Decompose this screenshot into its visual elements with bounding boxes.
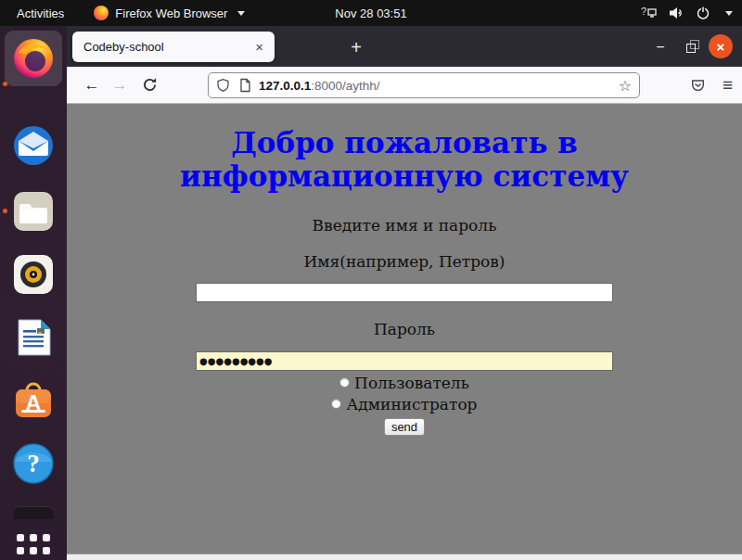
help-icon: ? xyxy=(11,441,56,486)
network-unknown-icon: ? xyxy=(641,6,658,20)
grid-dot xyxy=(30,534,37,541)
window-bottom-edge xyxy=(67,554,742,560)
chevron-down-icon xyxy=(725,11,733,16)
power-icon xyxy=(696,6,710,20)
password-input[interactable] xyxy=(196,351,613,371)
running-indicator xyxy=(3,209,7,213)
close-window-button[interactable]: × xyxy=(709,34,733,58)
dock-item-ubuntu-software[interactable]: A xyxy=(11,378,56,423)
url-path: :8000/aythh/ xyxy=(311,79,379,93)
firefox-icon xyxy=(11,36,56,81)
hamburger-menu-icon[interactable]: ≡ xyxy=(723,75,733,95)
role-option-user[interactable]: Пользователь xyxy=(67,374,742,392)
new-tab-button[interactable]: + xyxy=(343,34,369,60)
reload-button[interactable] xyxy=(142,77,158,93)
navigation-toolbar: ← → 127.0.0.1:8000/aythh/ ☆ xyxy=(67,67,742,104)
back-button[interactable]: ← xyxy=(78,76,106,95)
system-top-bar: Activities Firefox Web Browser Nov 28 03… xyxy=(0,0,742,26)
name-input[interactable] xyxy=(196,283,613,302)
rhythmbox-icon xyxy=(11,252,56,297)
app-menu[interactable]: Firefox Web Browser xyxy=(94,6,245,20)
show-applications-button[interactable] xyxy=(17,534,50,560)
shield-icon xyxy=(216,78,230,93)
role-option-admin[interactable]: Администратор xyxy=(67,395,742,414)
grid-dot xyxy=(43,547,50,554)
grid-dot xyxy=(30,547,37,554)
libreoffice-writer-icon xyxy=(11,315,56,360)
intro-text: Введите имя и пароль xyxy=(67,216,742,235)
volume-icon xyxy=(669,6,684,20)
svg-text:?: ? xyxy=(641,6,646,17)
minimize-button[interactable]: − xyxy=(651,37,670,56)
role-user-label: Пользователь xyxy=(354,374,469,392)
firefox-window: Codeby-school × + − × ← → xyxy=(67,26,742,560)
dock-item-thunderbird[interactable] xyxy=(11,123,56,168)
tab-codeby-school[interactable]: Codeby-school × xyxy=(72,32,275,62)
radio-button-icon[interactable] xyxy=(339,377,350,388)
dock-item-files[interactable] xyxy=(11,189,56,234)
system-tray[interactable]: ? xyxy=(641,6,733,20)
radio-button-icon[interactable] xyxy=(331,399,341,409)
restore-icon xyxy=(686,44,696,53)
dock-item-rhythmbox[interactable] xyxy=(11,252,56,297)
dock: A ? xyxy=(0,26,67,560)
name-label: Имя(например, Петров) xyxy=(67,252,742,271)
pocket-icon[interactable] xyxy=(690,78,706,93)
svg-text:?: ? xyxy=(27,450,40,477)
restore-button[interactable] xyxy=(686,40,699,53)
page-info-icon[interactable] xyxy=(238,78,251,93)
role-admin-label: Администратор xyxy=(346,395,477,414)
dock-item-libreoffice-writer[interactable] xyxy=(11,315,56,360)
toolbar-right: ≡ xyxy=(690,67,733,104)
activities-button[interactable]: Activities xyxy=(11,5,70,22)
bookmark-star-icon[interactable]: ☆ xyxy=(619,77,632,95)
running-indicator xyxy=(3,82,7,86)
app-menu-label: Firefox Web Browser xyxy=(115,6,227,20)
chevron-down-icon xyxy=(237,11,245,16)
ubuntu-software-icon: A xyxy=(11,378,56,423)
firefox-icon xyxy=(94,6,109,20)
page-content: Добро пожаловать в информационную систем… xyxy=(67,104,742,554)
url-host: 127.0.0.1 xyxy=(259,79,311,93)
page-title: Добро пожаловать в информационную систем… xyxy=(145,127,664,194)
send-button[interactable]: send xyxy=(384,418,425,436)
files-icon xyxy=(11,189,56,234)
dock-item-help[interactable]: ? xyxy=(11,441,56,486)
url-bar[interactable]: 127.0.0.1:8000/aythh/ ☆ xyxy=(208,72,640,98)
password-label: Пароль xyxy=(67,320,742,338)
grid-dot xyxy=(17,534,24,541)
url-text[interactable]: 127.0.0.1:8000/aythh/ xyxy=(259,79,613,93)
tab-close-icon[interactable]: × xyxy=(253,40,265,54)
thunderbird-icon xyxy=(11,123,56,168)
tab-title: Codeby-school xyxy=(83,40,253,54)
dock-item-partially-hidden[interactable] xyxy=(13,506,54,519)
dock-item-firefox[interactable] xyxy=(11,36,56,81)
tab-bar: Codeby-school × + − × xyxy=(67,26,742,67)
grid-dot xyxy=(43,534,50,541)
forward-button[interactable]: → xyxy=(106,76,134,95)
grid-dot xyxy=(17,547,24,554)
desktop: Activities Firefox Web Browser Nov 28 03… xyxy=(0,0,742,560)
